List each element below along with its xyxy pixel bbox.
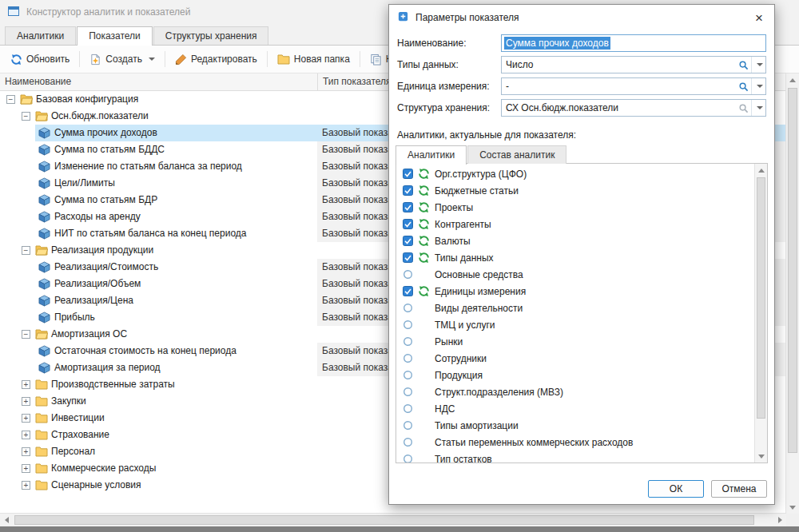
checkbox-checked-icon[interactable] — [403, 185, 413, 196]
checkbox-unchecked-icon[interactable] — [403, 353, 413, 363]
analytics-item[interactable]: Типы данных — [396, 249, 755, 266]
close-icon[interactable]: × — [752, 11, 766, 25]
checkbox-unchecked-icon[interactable] — [403, 387, 413, 397]
tree-item-label: Закупки — [51, 393, 86, 410]
scroll-down-button[interactable] — [786, 501, 799, 514]
dropdown-button[interactable] — [751, 57, 765, 73]
cube-icon — [38, 295, 50, 312]
checkbox-unchecked-icon[interactable] — [403, 370, 413, 380]
scroll-right-button[interactable] — [773, 514, 786, 526]
checkbox-unchecked-icon[interactable] — [403, 303, 413, 313]
dropdown-button[interactable] — [751, 78, 765, 94]
checkbox-unchecked-icon[interactable] — [403, 454, 413, 463]
analytics-dimension-icon — [418, 235, 431, 247]
vertical-scroll-thumb[interactable] — [788, 88, 797, 453]
unit-lookup[interactable]: - — [501, 77, 766, 95]
analytics-item[interactable]: Структ.подразделения (МВЗ) — [396, 383, 755, 400]
tab-analytics[interactable]: Аналитики — [5, 26, 76, 45]
expand-icon[interactable]: + — [22, 380, 30, 389]
analytics-dimension-icon — [418, 285, 431, 297]
analytics-item[interactable]: Контрагенты — [396, 216, 755, 232]
folder-icon — [35, 379, 48, 395]
ok-button[interactable]: ОК — [648, 480, 704, 498]
analytics-scroll-thumb[interactable] — [757, 177, 765, 419]
search-icon-disabled — [736, 103, 751, 113]
tree-item-label: Амортизация ОС — [51, 326, 127, 343]
dropdown-button[interactable] — [751, 100, 765, 116]
expand-icon[interactable]: + — [22, 414, 30, 423]
tree-item-label: Производственные затраты — [51, 376, 175, 393]
analytics-item[interactable]: НДС — [396, 400, 755, 417]
cube-icon — [38, 278, 50, 296]
tab-analytics-composition[interactable]: Состав аналитик — [467, 145, 566, 164]
column-header-name[interactable]: Наименование — [5, 76, 71, 87]
checkbox-checked-icon[interactable] — [403, 286, 413, 296]
horizontal-scrollbar[interactable] — [0, 513, 786, 526]
analytics-item[interactable]: Тип остатков — [396, 451, 755, 463]
collapse-icon[interactable]: − — [6, 95, 15, 104]
vertical-scrollbar[interactable] — [785, 73, 799, 514]
scroll-left-button[interactable] — [0, 514, 13, 526]
refresh-button[interactable]: Обновить — [4, 50, 76, 69]
scroll-up-button[interactable] — [786, 73, 799, 86]
data-types-lookup[interactable]: Число — [501, 56, 766, 73]
collapse-icon[interactable]: − — [22, 246, 30, 255]
checkbox-unchecked-icon[interactable] — [403, 320, 413, 330]
analytics-item[interactable]: Валюты — [396, 232, 755, 249]
search-icon[interactable] — [736, 60, 751, 70]
analytics-item[interactable]: Сотрудники — [396, 350, 755, 367]
checkbox-checked-icon[interactable] — [403, 219, 413, 229]
create-dropdown-arrow[interactable] — [149, 58, 155, 61]
search-icon[interactable] — [736, 81, 751, 92]
analytics-item[interactable]: Статьи переменных коммерческих расходов — [396, 434, 755, 451]
refresh-icon — [10, 54, 22, 66]
tab-storage-structures[interactable]: Структуры хранения — [153, 26, 269, 45]
checkbox-unchecked-icon[interactable] — [403, 420, 413, 431]
column-header-type[interactable]: Тип показателя — [317, 73, 392, 90]
scroll-up-button[interactable] — [755, 164, 767, 177]
scroll-down-button[interactable] — [755, 450, 767, 463]
folder-icon — [35, 429, 48, 446]
checkbox-checked-icon[interactable] — [403, 236, 413, 246]
cancel-button[interactable]: Отмена — [711, 480, 767, 498]
horizontal-scroll-thumb[interactable] — [14, 515, 754, 525]
name-input[interactable]: Сумма прочих доходов — [501, 34, 766, 52]
checkbox-unchecked-icon[interactable] — [403, 403, 413, 414]
collapse-icon[interactable]: − — [22, 112, 30, 121]
expand-icon[interactable]: + — [22, 481, 30, 490]
cube-icon — [38, 211, 50, 228]
storage-structure-lookup[interactable]: СХ Осн.бюдж.показатели — [501, 99, 766, 117]
analytics-item[interactable]: Рынки — [396, 333, 755, 350]
folder-icon — [35, 395, 48, 412]
collapse-icon[interactable]: − — [22, 330, 30, 339]
edit-button[interactable]: Редактировать — [169, 50, 264, 69]
analytics-item[interactable]: Типы амортизации — [396, 417, 755, 434]
data-types-field-label: Типы данных: — [397, 59, 501, 70]
checkbox-unchecked-icon[interactable] — [403, 336, 413, 347]
tree-item-label: Персонал — [51, 443, 95, 460]
expand-icon[interactable]: + — [22, 397, 30, 406]
new-folder-button[interactable]: Новая папка — [271, 50, 356, 68]
analytics-item[interactable]: ТМЦ и услуги — [396, 316, 755, 333]
analytics-scrollbar[interactable] — [754, 164, 767, 463]
analytics-item[interactable]: Виды деятельности — [396, 300, 755, 316]
analytics-item[interactable]: Бюджетные статьи — [396, 182, 755, 199]
analytics-item[interactable]: Проекты — [396, 199, 755, 216]
checkbox-checked-icon[interactable] — [403, 169, 413, 179]
analytics-item[interactable]: Орг.структура (ЦФО) — [396, 165, 755, 182]
checkbox-unchecked-icon[interactable] — [403, 269, 413, 280]
checkbox-checked-icon[interactable] — [403, 252, 413, 263]
tab-analytics-list[interactable]: Аналитики — [396, 145, 467, 165]
create-button[interactable]: Создать — [83, 50, 161, 69]
cube-icon — [38, 228, 50, 245]
refresh-label: Обновить — [26, 54, 70, 65]
expand-icon[interactable]: + — [22, 464, 30, 473]
analytics-item[interactable]: Продукция — [396, 367, 755, 383]
analytics-item[interactable]: Основные средства — [396, 266, 755, 283]
analytics-item[interactable]: Единицы измерения — [396, 283, 755, 300]
checkbox-checked-icon[interactable] — [403, 202, 413, 212]
expand-icon[interactable]: + — [22, 431, 30, 439]
checkbox-unchecked-icon[interactable] — [403, 437, 413, 447]
tab-indicators[interactable]: Показатели — [77, 26, 153, 46]
expand-icon[interactable]: + — [22, 447, 30, 456]
